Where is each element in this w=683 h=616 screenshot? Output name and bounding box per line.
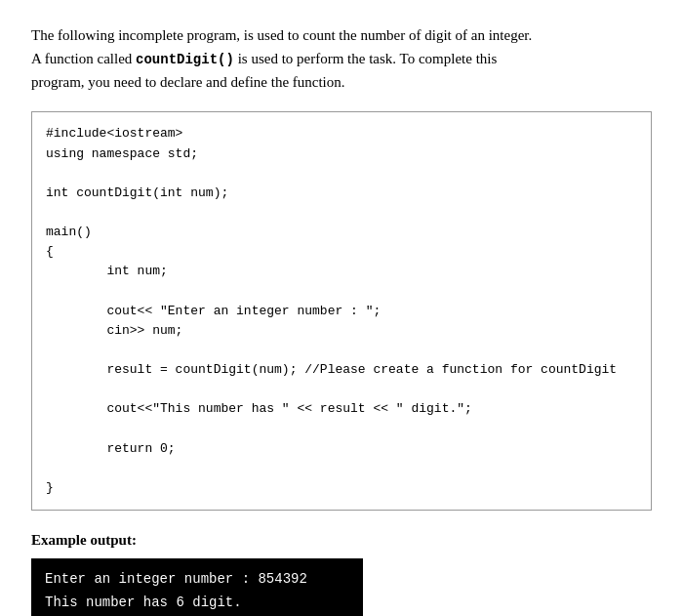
terminal-output: Enter an integer number : 854392 This nu…	[31, 558, 363, 616]
terminal-line2: This number has 6 digit.	[45, 592, 349, 615]
description-line2-cont: is used to perform the task. To complete…	[234, 51, 497, 66]
description-line1: The following incomplete program, is use…	[31, 27, 532, 43]
description-line2-start: A function called	[31, 51, 136, 66]
description-line3: program, you need to declare and define …	[31, 74, 345, 90]
code-block: #include<iostream> using namespace std; …	[31, 111, 652, 511]
description-paragraph: The following incomplete program, is use…	[31, 23, 652, 94]
example-output-label: Example output:	[31, 532, 652, 549]
terminal-line1: Enter an integer number : 854392	[45, 568, 349, 592]
function-name: countDigit()	[136, 52, 234, 67]
